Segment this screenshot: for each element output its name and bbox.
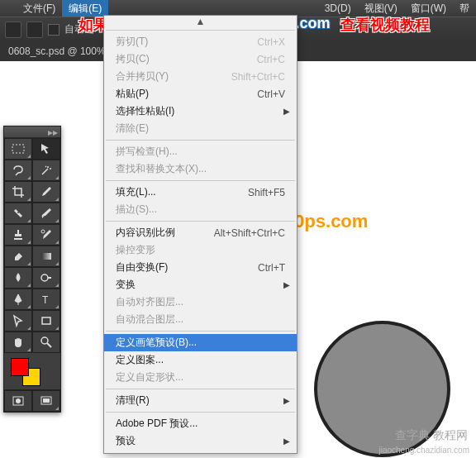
color-swatches[interactable] <box>4 353 60 389</box>
quickmask-toggle[interactable] <box>4 390 32 412</box>
menu-findreplace[interactable]: 查找和替换文本(X)... <box>104 160 297 178</box>
menu-define-brush[interactable]: 定义画笔预设(B)... <box>104 334 297 351</box>
type-tool[interactable]: T <box>32 289 60 310</box>
menu-window[interactable]: 窗口(W) <box>404 0 453 17</box>
svg-point-6 <box>41 337 48 344</box>
edit-menu-dropdown: ▲ 剪切(T)Ctrl+X 拷贝(C)Ctrl+C 合并拷贝(Y)Shift+C… <box>103 15 298 454</box>
menu-copy[interactable]: 拷贝(C)Ctrl+C <box>104 50 297 68</box>
menu-presets[interactable]: 预设▶ <box>104 432 297 450</box>
move-tool[interactable] <box>32 138 60 160</box>
menubar: 文件(F) 编辑(E) 3D(D) 视图(V) 窗口(W) 帮 <box>0 0 476 17</box>
menu-cut[interactable]: 剪切(T)Ctrl+X <box>104 33 297 50</box>
menu-edit[interactable]: 编辑(E) <box>62 0 108 17</box>
svg-text:T: T <box>42 294 49 306</box>
scroll-up-icon[interactable]: ▲ <box>104 16 297 27</box>
tools-header[interactable]: ▸▸ <box>4 126 60 138</box>
crop-tool[interactable] <box>4 181 32 203</box>
menu-stroke[interactable]: 描边(S)... <box>104 201 297 218</box>
wand-tool[interactable] <box>32 160 60 181</box>
svg-point-8 <box>16 398 21 403</box>
tool-preset-icon[interactable] <box>26 21 43 38</box>
document-title: 0608_sc.psd @ 100% ( <box>8 45 112 57</box>
watermark-main: 查字典 教程网 <box>395 428 468 443</box>
ps-logo-icon <box>5 21 21 38</box>
menu-contentaware[interactable]: 内容识别比例Alt+Shift+Ctrl+C <box>104 224 297 241</box>
eyedropper-tool[interactable] <box>32 181 60 203</box>
autoselect-checkbox[interactable] <box>48 24 60 36</box>
svg-rect-10 <box>43 398 50 403</box>
blur-tool[interactable] <box>4 267 32 289</box>
brush-tool[interactable] <box>32 203 60 224</box>
menu-spellcheck[interactable]: 拼写检查(H)... <box>104 143 297 160</box>
menu-transform[interactable]: 变换▶ <box>104 276 297 293</box>
eraser-tool[interactable] <box>4 246 32 267</box>
path-select-tool[interactable] <box>4 310 32 332</box>
menu-paste-special[interactable]: 选择性粘贴(I)▶ <box>104 103 297 120</box>
marquee-tool[interactable] <box>4 138 32 160</box>
menu-paste[interactable]: 粘贴(P)Ctrl+V <box>104 85 297 103</box>
hand-tool[interactable] <box>4 332 32 353</box>
lasso-tool[interactable] <box>4 160 32 181</box>
menu-view[interactable]: 视图(V) <box>358 0 404 17</box>
pen-tool[interactable] <box>4 289 32 310</box>
menu-clear[interactable]: 清除(E) <box>104 120 297 137</box>
heal-tool[interactable] <box>4 203 32 224</box>
stamp-tool[interactable] <box>4 224 32 246</box>
svg-point-1 <box>41 230 45 233</box>
menu-purge[interactable]: 清理(R)▶ <box>104 392 297 409</box>
tools-panel: ▸▸ T <box>3 126 61 413</box>
foreground-swatch[interactable] <box>11 358 29 376</box>
dodge-tool[interactable] <box>32 267 60 289</box>
history-brush-tool[interactable] <box>32 224 60 246</box>
menu-copy-merged[interactable]: 合并拷贝(Y)Shift+Ctrl+C <box>104 68 297 85</box>
menu-puppet[interactable]: 操控变形 <box>104 241 297 259</box>
svg-point-3 <box>41 274 48 281</box>
menu-freetransform[interactable]: 自由变换(F)Ctrl+T <box>104 259 297 276</box>
menu-pdf-presets[interactable]: Adobe PDF 预设... <box>104 415 297 432</box>
menu-autoalign[interactable]: 自动对齐图层... <box>104 293 297 311</box>
menu-help[interactable]: 帮 <box>453 0 476 17</box>
menu-autoblend[interactable]: 自动混合图层... <box>104 311 297 328</box>
screenmode-toggle[interactable] <box>32 390 60 412</box>
zoom-tool[interactable] <box>32 332 60 353</box>
watermark-url: jiaocheng.chazidian.com <box>378 446 469 455</box>
svg-rect-0 <box>12 145 24 153</box>
menu-define-pattern[interactable]: 定义图案... <box>104 351 297 369</box>
svg-rect-2 <box>41 253 51 260</box>
menu-file[interactable]: 文件(F) <box>17 0 62 17</box>
overlay-video: 查看视频教程 <box>340 15 430 35</box>
shape-tool[interactable] <box>32 310 60 332</box>
svg-rect-5 <box>42 317 50 324</box>
gradient-tool[interactable] <box>32 246 60 267</box>
menu-define-shape[interactable]: 定义自定形状... <box>104 369 297 386</box>
menu-3d[interactable]: 3D(D) <box>318 0 358 17</box>
menu-fill[interactable]: 填充(L)...Shift+F5 <box>104 184 297 201</box>
